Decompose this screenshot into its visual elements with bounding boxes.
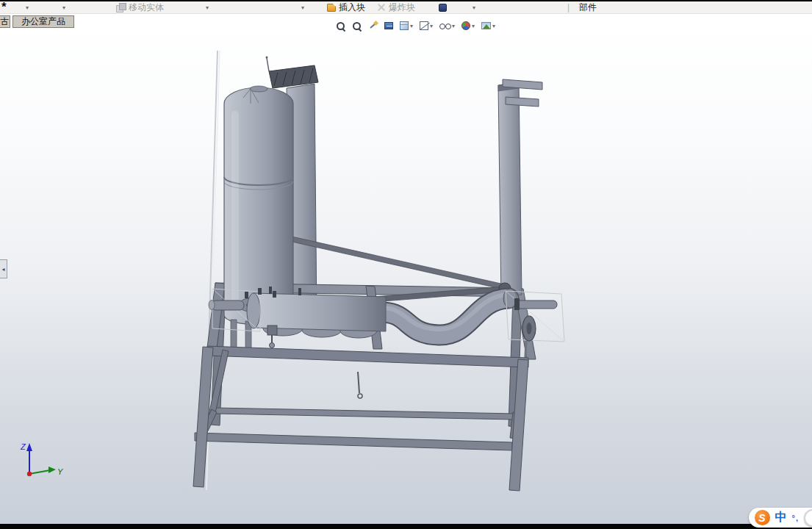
dropdown-caret-icon[interactable]: ▾ — [206, 1, 209, 13]
insert-block-button[interactable]: 插入块 — [327, 1, 365, 13]
previous-view-icon — [384, 22, 393, 29]
orientation-triad: Z Y — [6, 440, 69, 493]
zoom-to-area-button[interactable] — [351, 21, 362, 32]
explode-block-icon — [377, 3, 386, 12]
previous-view-button[interactable] — [384, 21, 394, 30]
zoom-to-fit-icon — [336, 21, 345, 31]
move-entity-label: 移动实体 — [129, 1, 164, 14]
dropdown-caret-icon[interactable]: ▾ — [452, 23, 455, 29]
dropdown-caret-icon[interactable]: ▾ — [430, 23, 433, 29]
section-view-icon — [400, 21, 409, 30]
triad-z-axis: Z — [20, 442, 32, 474]
dropdown-caret-icon[interactable]: ▾ — [62, 1, 65, 13]
insert-block-icon — [327, 4, 336, 12]
glasses-icon — [439, 23, 450, 29]
edit-appearance-button[interactable]: ▾ — [461, 21, 475, 31]
move-entity-icon — [116, 3, 126, 12]
view-orientation-icon — [420, 21, 428, 30]
component-label[interactable]: 部件 — [579, 1, 597, 13]
triad-z-label: Z — [20, 442, 26, 451]
magnifier-wand-icon — [368, 21, 378, 31]
tab-office-products[interactable]: 办公室产品 — [12, 15, 74, 28]
panel-expand-arrow[interactable]: ◂ — [0, 259, 7, 278]
appearance-sphere-icon — [461, 21, 470, 30]
command-toolbar: * ▾ ▾ 移动实体 ▾ ▾ 插入块 爆炸块 ▾ | 部件 — [0, 1, 812, 14]
apply-scene-button[interactable]: ▾ — [481, 21, 496, 30]
dropdown-caret-icon[interactable]: ▾ — [410, 23, 413, 29]
app-window: * ▾ ▾ 移动实体 ▾ ▾ 插入块 爆炸块 ▾ | 部件 古 办公室产品 — [0, 0, 812, 529]
insert-block-label: 插入块 — [339, 1, 365, 14]
ime-partial-icon[interactable] — [804, 509, 812, 527]
zoom-to-area-icon — [352, 21, 362, 31]
dropdown-caret-icon[interactable]: ▾ — [301, 1, 304, 13]
view-orientation-button[interactable]: ▾ — [419, 21, 434, 31]
scene-icon — [481, 22, 491, 29]
section-view-button[interactable]: ▾ — [399, 21, 414, 31]
move-entity-button[interactable]: 移动实体 — [116, 1, 164, 13]
zoom-to-fit-button[interactable] — [335, 21, 346, 32]
heads-up-view-toolbar: ▾ ▾ ▾ ▾ ▾ — [335, 18, 496, 34]
explode-block-button[interactable]: 爆炸块 — [377, 1, 415, 13]
graphics-viewport[interactable]: 古 办公室产品 ▾ ▾ ▾ ▾ ▾ — [0, 14, 812, 524]
dropdown-caret-icon[interactable]: ▾ — [473, 1, 475, 13]
triad-y-label: Y — [57, 467, 63, 476]
explode-block-label: 爆炸块 — [389, 1, 415, 14]
window-bottom-edge — [0, 524, 812, 529]
window-top-edge — [0, 0, 812, 1]
block-icon[interactable] — [439, 4, 447, 12]
triad-origin-dot — [27, 472, 32, 476]
dropdown-caret-icon[interactable]: ▾ — [472, 23, 475, 29]
ime-bar[interactable]: S 中 °, — [749, 508, 812, 528]
ime-punctuation-indicator[interactable]: °, — [792, 514, 799, 522]
toolbar-separator: | — [567, 1, 570, 13]
tab-partial[interactable]: 古 — [0, 15, 10, 28]
sogou-logo-icon[interactable]: S — [755, 510, 770, 525]
assembly-model[interactable] — [0, 14, 812, 524]
asterisk-icon[interactable]: * — [1, 2, 7, 12]
magnified-selection-button[interactable] — [367, 21, 378, 32]
hide-show-items-button[interactable]: ▾ — [439, 22, 456, 30]
ime-language-indicator[interactable]: 中 — [775, 510, 787, 525]
dropdown-caret-icon[interactable]: ▾ — [26, 1, 29, 13]
triad-y-axis: Y — [29, 467, 63, 476]
model-right-column[interactable] — [498, 79, 542, 298]
dropdown-caret-icon[interactable]: ▾ — [492, 23, 495, 29]
